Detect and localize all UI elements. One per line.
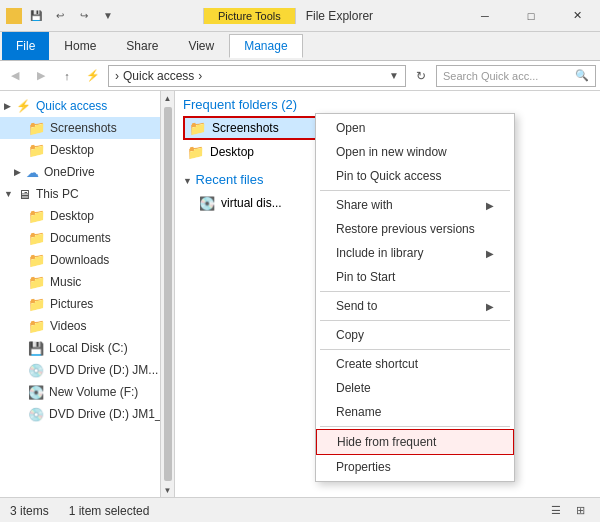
frequent-folders-header: Frequent folders (2) — [183, 97, 592, 112]
folder-icon: 📁 — [189, 120, 206, 136]
ctx-restore-prev[interactable]: Restore previous versions — [316, 217, 514, 241]
ctx-properties[interactable]: Properties — [316, 455, 514, 479]
ctx-include-library[interactable]: Include in library ▶ — [316, 241, 514, 265]
ctx-open-new-window[interactable]: Open in new window — [316, 140, 514, 164]
ctx-copy[interactable]: Copy — [316, 323, 514, 347]
sidebar-item-dvd-d2[interactable]: 💿 DVD Drive (D:) JM1_... — [0, 403, 160, 425]
folder-icon: 📁 — [28, 142, 45, 158]
scroll-down-button[interactable]: ▼ — [161, 483, 175, 497]
expand-icon: ▶ — [14, 167, 21, 177]
ribbon: File Home Share View Manage — [0, 32, 600, 61]
quick-save-btn[interactable]: 💾 — [26, 6, 46, 26]
expand-icon: ▶ — [4, 101, 11, 111]
folder-icon: 📁 — [28, 230, 45, 246]
ctx-delete[interactable]: Delete — [316, 376, 514, 400]
title-center: Picture Tools File Explorer — [124, 0, 462, 31]
close-button[interactable]: ✕ — [554, 0, 600, 32]
dvd-d2-label: DVD Drive (D:) JM1_... — [49, 407, 172, 421]
share-with-arrow-icon: ▶ — [486, 200, 494, 211]
sidebar-items: ▶ ⚡ Quick access 📁 Screenshots 📁 Desktop… — [0, 95, 174, 425]
view-controls: ☰ ⊞ — [546, 501, 590, 521]
tab-share[interactable]: Share — [111, 34, 173, 58]
selection-info: 1 item selected — [69, 504, 150, 518]
search-box[interactable]: Search Quick acc... 🔍 — [436, 65, 596, 87]
ctx-open[interactable]: Open — [316, 116, 514, 140]
sidebar-item-dvd-d[interactable]: 💿 DVD Drive (D:) JM... — [0, 359, 160, 381]
ribbon-tabs: File Home Share View Manage — [0, 32, 600, 60]
new-volume-label: New Volume (F:) — [49, 385, 138, 399]
disk-icon2: 💽 — [28, 385, 44, 400]
documents-label: Documents — [50, 231, 111, 245]
dvd-d-label: DVD Drive (D:) JM... — [49, 363, 158, 377]
sidebar-item-documents[interactable]: 📁 Documents — [0, 227, 160, 249]
app-icon — [6, 8, 22, 24]
sidebar-item-videos[interactable]: 📁 Videos — [0, 315, 160, 337]
customize-btn[interactable]: ▼ — [98, 6, 118, 26]
search-icon[interactable]: 🔍 — [575, 69, 589, 82]
dvd-icon2: 💿 — [28, 407, 44, 422]
undo-btn[interactable]: ↩ — [50, 6, 70, 26]
path-arrow2: › — [198, 69, 202, 83]
folder-icon: 📁 — [28, 120, 45, 136]
path-arrow: › — [115, 69, 119, 83]
screenshots-filename: Screenshots — [212, 121, 279, 135]
up-button[interactable]: ↑ — [56, 65, 78, 87]
large-icon-view-button[interactable]: ⊞ — [570, 501, 590, 521]
sidebar-item-this-pc[interactable]: ▼ 🖥 This PC — [0, 183, 160, 205]
desktop-pc-label: Desktop — [50, 209, 94, 223]
back-button[interactable]: ◀ — [4, 65, 26, 87]
desktop-filename: Desktop — [210, 145, 254, 159]
sidebar-item-onedrive[interactable]: ▶ ☁ OneDrive — [0, 161, 160, 183]
main-content: ▶ ⚡ Quick access 📁 Screenshots 📁 Desktop… — [0, 91, 600, 497]
status-bar: 3 items 1 item selected ☰ ⊞ — [0, 497, 600, 522]
ctx-separator-4 — [320, 349, 510, 350]
sidebar-item-desktop-qa[interactable]: 📁 Desktop — [0, 139, 160, 161]
folder-icon: 📁 — [28, 296, 45, 312]
sidebar-item-desktop-pc[interactable]: 📁 Desktop — [0, 205, 160, 227]
sidebar-item-music[interactable]: 📁 Music — [0, 271, 160, 293]
sidebar-item-local-disk[interactable]: 💾 Local Disk (C:) — [0, 337, 160, 359]
address-path[interactable]: › Quick access › ▼ — [108, 65, 406, 87]
ctx-send-to[interactable]: Send to ▶ — [316, 294, 514, 318]
sidebar-item-pictures[interactable]: 📁 Pictures — [0, 293, 160, 315]
recent-locations-button[interactable]: ⚡ — [82, 65, 104, 87]
ctx-separator-5 — [320, 426, 510, 427]
address-bar: ◀ ▶ ↑ ⚡ › Quick access › ▼ ↻ Search Quic… — [0, 61, 600, 91]
path-dropdown-icon[interactable]: ▼ — [389, 70, 399, 81]
redo-btn[interactable]: ↪ — [74, 6, 94, 26]
ctx-hide-from-frequent[interactable]: Hide from frequent — [316, 429, 514, 455]
include-library-arrow-icon: ▶ — [486, 248, 494, 259]
sidebar-item-screenshots[interactable]: 📁 Screenshots — [0, 117, 160, 139]
title-bar-left: 💾 ↩ ↪ ▼ — [0, 0, 124, 31]
title-bar: 💾 ↩ ↪ ▼ Picture Tools File Explorer ─ □ … — [0, 0, 600, 32]
ctx-create-shortcut[interactable]: Create shortcut — [316, 352, 514, 376]
maximize-button[interactable]: □ — [508, 0, 554, 32]
ctx-pin-quick-access[interactable]: Pin to Quick access — [316, 164, 514, 188]
tab-manage[interactable]: Manage — [229, 34, 302, 58]
local-disk-label: Local Disk (C:) — [49, 341, 128, 355]
tab-view[interactable]: View — [173, 34, 229, 58]
sidebar-item-new-volume-f[interactable]: 💽 New Volume (F:) — [0, 381, 160, 403]
ctx-share-with[interactable]: Share with ▶ — [316, 193, 514, 217]
ctx-rename[interactable]: Rename — [316, 400, 514, 424]
sidebar: ▶ ⚡ Quick access 📁 Screenshots 📁 Desktop… — [0, 91, 175, 497]
videos-label: Videos — [50, 319, 86, 333]
sidebar-item-downloads[interactable]: 📁 Downloads — [0, 249, 160, 271]
sidebar-scrollbar[interactable]: ▲ ▼ — [160, 91, 174, 497]
context-menu: Open Open in new window Pin to Quick acc… — [315, 113, 515, 482]
tab-file[interactable]: File — [2, 32, 49, 60]
tab-home[interactable]: Home — [49, 34, 111, 58]
scroll-up-button[interactable]: ▲ — [161, 91, 175, 105]
forward-button[interactable]: ▶ — [30, 65, 52, 87]
picture-tools-label: Picture Tools — [203, 8, 296, 24]
file-explorer-label: File Explorer — [296, 9, 383, 23]
sidebar-item-quick-access[interactable]: ▶ ⚡ Quick access — [0, 95, 160, 117]
refresh-button[interactable]: ↻ — [410, 65, 432, 87]
disk-file-icon: 💽 — [199, 196, 215, 211]
expand-arrow: ▼ — [183, 176, 192, 186]
details-view-button[interactable]: ☰ — [546, 501, 566, 521]
ctx-pin-to-start[interactable]: Pin to Start — [316, 265, 514, 289]
cloud-icon: ☁ — [26, 165, 39, 180]
minimize-button[interactable]: ─ — [462, 0, 508, 32]
folder-icon: 📁 — [28, 208, 45, 224]
